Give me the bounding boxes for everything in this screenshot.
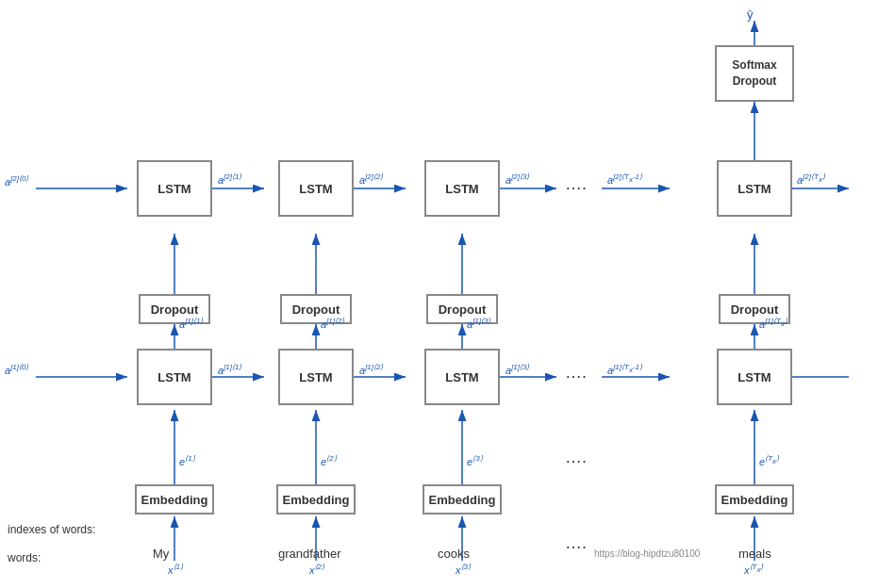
words-label: words: xyxy=(8,551,41,564)
lstm2-col3: LSTM xyxy=(424,160,500,217)
a1-up-col2: a[1]⟨2⟩ xyxy=(321,317,344,330)
url-label: https://blog-hipdtzu80100 xyxy=(594,548,700,559)
dropout-upper-col1-label: Dropout xyxy=(151,302,199,317)
e-col3: e⟨3⟩ xyxy=(467,454,483,467)
a1-up-col1: a[1]⟨1⟩ xyxy=(179,317,203,330)
dropout-upper-col2-label: Dropout xyxy=(292,302,340,317)
a2-in-col1: a[2]⟨0⟩ xyxy=(5,174,28,188)
e-last: e⟨Tx⟩ xyxy=(759,454,779,467)
a2-out-col2: a[2]⟨2⟩ xyxy=(359,172,383,186)
embedding-col2-label: Embedding xyxy=(283,493,350,507)
embedding-last: Embedding xyxy=(715,484,794,514)
a1-out-col2: a[1]⟨2⟩ xyxy=(359,363,383,376)
dropout-upper-last-label: Dropout xyxy=(731,302,779,317)
lstm2-col3-label: LSTM xyxy=(445,182,478,196)
lstm1-col2-label: LSTM xyxy=(299,370,332,384)
lstm2-col2: LSTM xyxy=(278,160,354,217)
diagram: LSTM LSTM LSTM LSTM Dropout Dropout Drop… xyxy=(0,0,895,588)
lstm2-last: LSTM xyxy=(717,160,792,217)
a2-in-last: a[2]⟨Tx-1⟩ xyxy=(607,172,642,186)
word-col1: My xyxy=(153,547,169,561)
lstm1-last: LSTM xyxy=(717,349,792,405)
a1-in-col1: a[1]⟨0⟩ xyxy=(5,363,28,376)
word-last: meals xyxy=(738,547,771,561)
word-col3: cooks xyxy=(438,547,470,561)
x-col2: x⟨2⟩ xyxy=(309,563,324,576)
e-col2: e⟨2⟩ xyxy=(321,454,337,467)
a1-in-last: a[1]⟨Tx-1⟩ xyxy=(607,363,642,376)
a1-up-col3: a[1]⟨3⟩ xyxy=(467,317,490,330)
dropout-softmax-label: Dropout xyxy=(733,74,777,90)
lstm1-col3-label: LSTM xyxy=(445,370,478,384)
lstm2-col2-label: LSTM xyxy=(299,182,332,196)
dots-level2: …. xyxy=(565,174,587,194)
indexes-label: indexes of words: xyxy=(8,523,95,536)
softmax-label: Softmax xyxy=(732,57,776,74)
dots-word: …. xyxy=(565,533,587,553)
embedding-col3-label: Embedding xyxy=(429,493,496,507)
a2-out-col1: a[2]⟨1⟩ xyxy=(218,172,241,186)
embedding-last-label: Embedding xyxy=(721,493,788,507)
lstm1-col3: LSTM xyxy=(424,349,500,405)
lstm1-last-label: LSTM xyxy=(738,370,771,384)
a1-out-col1: a[1]⟨1⟩ xyxy=(218,363,241,376)
dropout-upper-col3-label: Dropout xyxy=(439,302,487,317)
dots-embedding: …. xyxy=(565,448,587,467)
y-hat-label: ŷ xyxy=(747,8,754,22)
embedding-col2: Embedding xyxy=(276,484,356,514)
a1-out-col3: a[1]⟨3⟩ xyxy=(506,363,529,376)
a1-up-last: a[1]⟨Tx⟩ xyxy=(759,317,787,330)
lstm1-col2: LSTM xyxy=(278,349,354,405)
word-col2: grandfather xyxy=(278,547,341,561)
lstm2-col1-label: LSTM xyxy=(157,182,191,196)
a2-out-col3: a[2]⟨3⟩ xyxy=(506,172,529,186)
softmax-dropout-box: Softmax Dropout xyxy=(715,45,794,102)
lstm1-col1-label: LSTM xyxy=(157,370,191,384)
x-last: x⟨Tx⟩ xyxy=(744,563,763,576)
lstm2-col1: LSTM xyxy=(137,160,212,217)
embedding-col1-label: Embedding xyxy=(141,493,208,507)
embedding-col1: Embedding xyxy=(135,484,214,514)
e-col1: e⟨1⟩ xyxy=(179,454,195,467)
lstm2-last-label: LSTM xyxy=(738,182,771,196)
x-col1: x⟨1⟩ xyxy=(168,563,183,576)
a2-out-last: a[2]⟨Tx⟩ xyxy=(797,172,825,186)
lstm1-col1: LSTM xyxy=(137,349,212,405)
x-col3: x⟨3⟩ xyxy=(456,563,471,576)
embedding-col3: Embedding xyxy=(423,484,502,514)
dots-level1: …. xyxy=(565,363,587,383)
